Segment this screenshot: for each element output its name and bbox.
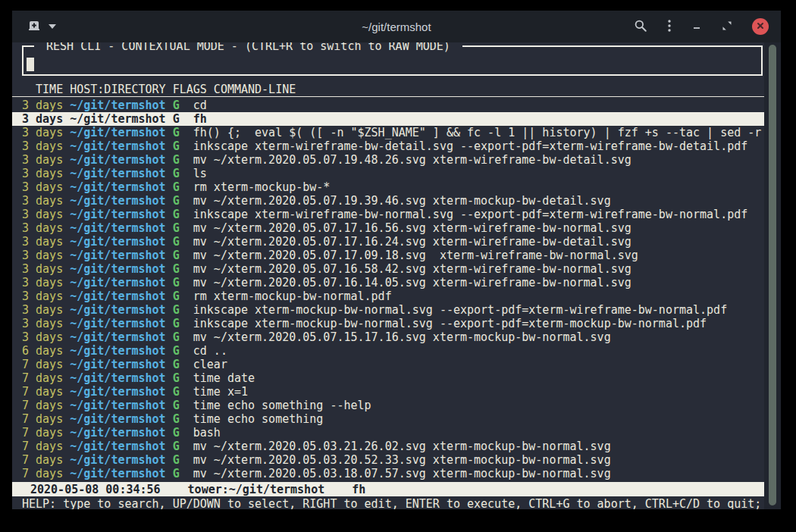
history-row[interactable]: 7 days ~/git/termshot G bash [12, 426, 764, 440]
row-flags: G [173, 399, 180, 412]
terminal-window: ~/git/termshot [12, 11, 781, 509]
status-bar: 2020-05-08 00:34:56 tower:~/git/termshot… [12, 482, 764, 496]
row-command: mv ~/xterm.2020.05.07.16.58.42.svg xterm… [193, 262, 631, 276]
row-time: 3 days [22, 167, 63, 180]
search-icon [634, 19, 647, 35]
history-header: TIME HOST:DIRECTORY FLAGS COMMAND-LINE [12, 83, 764, 97]
row-time: 7 days [22, 371, 63, 385]
terminal-screen[interactable]: RESH CLI - CONTEXTUAL MODE - (CTRL+R to … [12, 42, 781, 509]
close-button[interactable] [752, 18, 769, 35]
restore-button[interactable] [722, 20, 732, 33]
history-row[interactable]: 3 days ~/git/termshot G fh() {; eval $( … [12, 126, 764, 139]
row-directory: ~/git/termshot [70, 426, 165, 440]
history-row[interactable]: 3 days ~/git/termshot G inkscape xterm-w… [12, 208, 764, 221]
row-directory: ~/git/termshot [70, 412, 165, 426]
row-command: inkscape xterm-wireframe-bw-detail.svg -… [193, 139, 748, 153]
row-time: 6 days [22, 344, 63, 358]
row-flags: G [173, 249, 180, 262]
row-flags: G [173, 385, 180, 399]
row-command: inkscape xterm-mockup-bw-normal.svg --ex… [193, 317, 707, 330]
row-directory: ~/git/termshot [70, 153, 165, 167]
history-row[interactable]: 7 days ~/git/termshot G time echo someth… [12, 399, 764, 412]
row-directory: ~/git/termshot [70, 112, 165, 126]
status-command: fh [352, 483, 365, 496]
tab-dropdown-button[interactable] [49, 24, 56, 29]
history-row[interactable]: 3 days ~/git/termshot G mv ~/xterm.2020.… [12, 235, 764, 249]
history-row[interactable]: 3 days ~/git/termshot G fh [12, 112, 764, 126]
desktop: { "window": { "title": "~/git/termshot",… [0, 0, 796, 532]
menu-button[interactable] [667, 19, 672, 35]
history-row[interactable]: 3 days ~/git/termshot G mv ~/xterm.2020.… [12, 194, 764, 208]
row-flags: G [173, 317, 180, 330]
row-command: mv ~/xterm.2020.05.07.16.14.05.svg xterm… [193, 276, 631, 289]
row-flags: G [173, 167, 180, 180]
row-time: 3 days [22, 249, 63, 262]
history-row[interactable]: 3 days ~/git/termshot G mv ~/xterm.2020.… [12, 276, 764, 289]
history-row[interactable]: 7 days ~/git/termshot G mv ~/xterm.2020.… [12, 440, 764, 453]
history-row[interactable]: 3 days ~/git/termshot G mv ~/xterm.2020.… [12, 153, 764, 167]
minimize-button[interactable] [691, 20, 702, 33]
history-row[interactable]: 3 days ~/git/termshot G inkscape xterm-m… [12, 303, 764, 317]
titlebar[interactable]: ~/git/termshot [12, 11, 781, 42]
scrollbar-thumb[interactable] [769, 45, 776, 505]
history-row[interactable]: 7 days ~/git/termshot G mv ~/xterm.2020.… [12, 467, 764, 480]
row-directory: ~/git/termshot [70, 180, 165, 194]
history-row[interactable]: 7 days ~/git/termshot G time x=1 [12, 385, 764, 399]
row-directory: ~/git/termshot [70, 167, 165, 180]
row-command: rm xterm-mockup-bw-* [193, 180, 331, 194]
row-time: 3 days [22, 112, 63, 126]
row-time: 3 days [22, 99, 63, 112]
history-row[interactable]: 3 days ~/git/termshot G ls [12, 167, 764, 180]
new-tab-button[interactable] [27, 20, 41, 34]
row-flags: G [173, 358, 180, 371]
row-command: time date [193, 371, 255, 385]
history-row[interactable]: 3 days ~/git/termshot G rm xterm-mockup-… [12, 180, 764, 194]
row-directory: ~/git/termshot [70, 249, 165, 262]
history-row[interactable]: 3 days ~/git/termshot G inkscape xterm-w… [12, 139, 764, 153]
row-directory: ~/git/termshot [70, 221, 165, 235]
history-row[interactable]: 7 days ~/git/termshot G time date [12, 371, 764, 385]
row-command: time x=1 [193, 385, 248, 399]
row-command: fh() {; eval $( ([ -n "$ZSH_NAME" ] && f… [193, 126, 762, 139]
row-command: mv ~/xterm.2020.05.03.21.26.02.svg xterm… [193, 440, 611, 453]
row-command: mv ~/xterm.2020.05.03.20.52.33.svg xterm… [193, 453, 611, 467]
history-row[interactable]: 3 days ~/git/termshot G rm xterm-mockup-… [12, 289, 764, 303]
search-button[interactable] [634, 19, 647, 35]
scrollbar[interactable] [764, 42, 781, 509]
row-command: mv ~/xterm.2020.05.07.19.48.26.svg xterm… [193, 153, 631, 167]
row-directory: ~/git/termshot [70, 303, 165, 317]
row-flags: G [173, 467, 180, 480]
row-command: time echo something [193, 412, 324, 426]
history-row[interactable]: 3 days ~/git/termshot G cd [12, 99, 764, 112]
history-row[interactable]: 6 days ~/git/termshot G cd .. [12, 344, 764, 358]
row-command: rm xterm-mockup-bw-normal.pdf [193, 289, 392, 303]
row-time: 3 days [22, 303, 63, 317]
row-time: 3 days [22, 180, 63, 194]
chevron-down-icon [49, 24, 56, 29]
history-list: 3 days ~/git/termshot G cd3 days ~/git/t… [12, 99, 764, 480]
history-row[interactable]: 7 days ~/git/termshot G mv ~/xterm.2020.… [12, 453, 764, 467]
row-flags: G [173, 99, 180, 112]
history-row[interactable]: 3 days ~/git/termshot G mv ~/xterm.2020.… [12, 262, 764, 276]
row-flags: G [173, 371, 180, 385]
row-flags: G [173, 303, 180, 317]
row-command: inkscape xterm-mockup-bw-normal.svg --ex… [193, 303, 727, 317]
history-row[interactable]: 7 days ~/git/termshot G time echo someth… [12, 412, 764, 426]
row-command: mv ~/xterm.2020.05.07.19.39.46.svg xterm… [193, 194, 611, 208]
row-command: ls [193, 167, 207, 180]
row-command: mv ~/xterm.2020.05.07.15.17.16.svg xterm… [193, 330, 611, 344]
row-directory: ~/git/termshot [70, 399, 165, 412]
row-command: clear [193, 358, 227, 371]
search-box-title: RESH CLI - CONTEXTUAL MODE - (CTRL+R to … [34, 42, 462, 53]
search-box[interactable]: RESH CLI - CONTEXTUAL MODE - (CTRL+R to … [22, 45, 763, 76]
history-row[interactable]: 7 days ~/git/termshot G clear [12, 358, 764, 371]
row-flags: G [173, 221, 180, 235]
row-command: time echo something --help [193, 399, 371, 412]
history-row[interactable]: 3 days ~/git/termshot G mv ~/xterm.2020.… [12, 249, 764, 262]
history-row[interactable]: 3 days ~/git/termshot G inkscape xterm-m… [12, 317, 764, 330]
row-command: fh [193, 112, 207, 126]
row-command: mv ~/xterm.2020.05.03.18.07.57.svg xterm… [193, 467, 611, 480]
history-row[interactable]: 3 days ~/git/termshot G mv ~/xterm.2020.… [12, 330, 764, 344]
history-row[interactable]: 3 days ~/git/termshot G mv ~/xterm.2020.… [12, 221, 764, 235]
row-flags: G [173, 453, 180, 467]
